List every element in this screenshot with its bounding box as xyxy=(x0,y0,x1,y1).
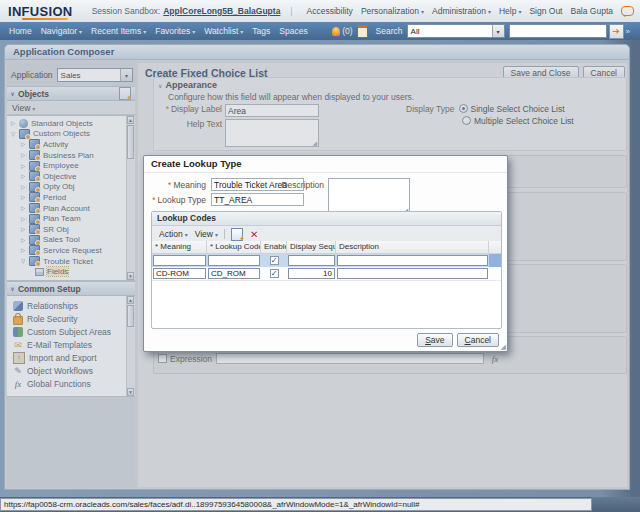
column-header-enabled[interactable]: Enabled xyxy=(261,241,287,253)
top-bar: INFUSION Session Sandbox: ApplCoreLong5B… xyxy=(0,0,640,23)
search-label: Search xyxy=(376,26,403,36)
notifications-bell-icon[interactable] xyxy=(332,27,340,36)
chevron-down-icon: ▾ xyxy=(518,9,521,15)
description-label: Description xyxy=(274,180,324,190)
dialog-title: Create Lookup Type xyxy=(144,156,507,173)
chevron-down-icon: ▾ xyxy=(421,9,424,15)
session-sandbox-link[interactable]: ApplCoreLong5B_BalaGupta xyxy=(163,6,280,16)
accessibility-link[interactable]: Accessibility xyxy=(307,6,353,16)
nav-navigator[interactable]: Navigator▾ xyxy=(41,26,82,36)
chevron-down-icon: ▾ xyxy=(240,28,243,35)
table-row-cdrom[interactable]: ✓ xyxy=(152,267,501,281)
status-url: https://fap0058-crm.oracleads.com/sales/… xyxy=(0,498,592,511)
chevron-down-icon: ▾ xyxy=(185,231,188,238)
new-lookup-code-input[interactable] xyxy=(208,255,260,266)
chevron-down-icon: ▾ xyxy=(143,28,146,35)
chevron-down-icon: ▾ xyxy=(215,231,218,238)
screen: INFUSION Session Sandbox: ApplCoreLong5B… xyxy=(0,0,640,512)
dialog-save-button[interactable]: Save xyxy=(417,333,452,347)
session-sandbox-label: Session Sandbox: xyxy=(92,6,161,16)
search-input[interactable] xyxy=(509,24,607,38)
column-header-description[interactable]: Description xyxy=(336,241,489,253)
logo-text: INFUSION xyxy=(8,4,73,19)
new-description-input[interactable] xyxy=(337,255,488,266)
column-header-meaning[interactable]: * Meaning xyxy=(152,241,207,253)
enabled-checkbox[interactable]: ✓ xyxy=(270,256,279,265)
lookup-codes-table: * Meaning * Lookup Code Enabled Display … xyxy=(152,241,501,281)
nav-tags[interactable]: Tags xyxy=(252,26,270,36)
description-textarea[interactable]: ◢ xyxy=(328,178,410,214)
delete-row-icon[interactable]: ✕ xyxy=(250,229,258,240)
dialog-resize-grip-icon[interactable]: ◢ xyxy=(501,343,506,351)
sign-out-link[interactable]: Sign Out xyxy=(529,6,562,16)
meaning-label: *Meaning xyxy=(144,180,206,190)
table-row-new[interactable]: ✓ xyxy=(152,254,501,267)
meaning-cell-input[interactable] xyxy=(153,268,206,279)
status-bar-right xyxy=(592,497,640,512)
search-scope-select[interactable]: All ▾ xyxy=(407,24,505,38)
calendar-icon[interactable] xyxy=(357,25,368,38)
create-lookup-type-dialog: Create Lookup Type *Meaning *Lookup Type… xyxy=(143,155,508,352)
column-header-lookup-code[interactable]: * Lookup Code xyxy=(207,241,261,253)
dialog-cancel-button[interactable]: Cancel xyxy=(457,333,499,347)
nav-watchlist[interactable]: Watchlist▾ xyxy=(204,26,243,36)
nav-bar: Home Navigator▾ Recent Items▾ Favorites▾… xyxy=(0,22,640,41)
divider: | xyxy=(290,6,292,16)
chevron-down-icon: ▾ xyxy=(492,25,504,37)
new-display-sequence-input[interactable] xyxy=(288,255,335,266)
chevron-down-icon: ▾ xyxy=(192,28,195,35)
enabled-checkbox[interactable]: ✓ xyxy=(270,269,279,278)
row-selection-filler xyxy=(489,254,501,267)
personalization-menu[interactable]: Personalization▾ xyxy=(361,6,424,16)
notification-count: (0) xyxy=(342,26,352,36)
top-bar-links: Session Sandbox: ApplCoreLong5B_BalaGupt… xyxy=(92,6,634,16)
user-name: Bala Gupta xyxy=(570,6,613,16)
lookup-type-label: *Lookup Type xyxy=(144,195,206,205)
nav-favorites[interactable]: Favorites▾ xyxy=(155,26,195,36)
description-cell-input[interactable] xyxy=(337,268,488,279)
nav-home[interactable]: Home xyxy=(9,26,32,36)
advanced-search-icon[interactable]: » xyxy=(626,27,630,36)
browser-status-bar: https://fap0058-crm.oracleads.com/sales/… xyxy=(0,497,640,512)
table-header-row: * Meaning * Lookup Code Enabled Display … xyxy=(152,241,501,254)
nav-spaces[interactable]: Spaces xyxy=(279,26,307,36)
lookup-code-cell-input[interactable] xyxy=(208,268,260,279)
chevron-down-icon: ▾ xyxy=(79,28,82,35)
action-menu[interactable]: Action▾ xyxy=(159,229,188,239)
lookup-type-input[interactable] xyxy=(211,193,304,206)
logo-accent xyxy=(22,18,68,20)
infusion-logo: INFUSION xyxy=(8,4,73,19)
toolbar-separator xyxy=(224,229,225,239)
search-go-button[interactable]: ➔ xyxy=(609,24,624,39)
view-menu[interactable]: View▾ xyxy=(195,229,218,239)
chevron-down-icon: ▾ xyxy=(488,9,491,15)
nav-recent-items[interactable]: Recent Items▾ xyxy=(91,26,146,36)
chat-bubble-icon[interactable] xyxy=(621,6,634,16)
display-sequence-cell-input[interactable] xyxy=(288,268,335,279)
lookup-codes-title: Lookup Codes xyxy=(152,212,501,226)
nav-search-area: (0) Search All ▾ ➔ » xyxy=(332,24,630,39)
lookup-codes-group: Lookup Codes Action▾ View▾ ✕ * Meaning *… xyxy=(151,211,502,329)
column-header-display-sequence[interactable]: Display Sequence xyxy=(287,241,336,253)
administration-menu[interactable]: Administration▾ xyxy=(432,6,491,16)
add-row-icon[interactable] xyxy=(231,228,243,241)
help-menu[interactable]: Help▾ xyxy=(499,6,522,16)
new-meaning-input[interactable] xyxy=(153,255,206,266)
column-header-filler xyxy=(489,241,501,253)
